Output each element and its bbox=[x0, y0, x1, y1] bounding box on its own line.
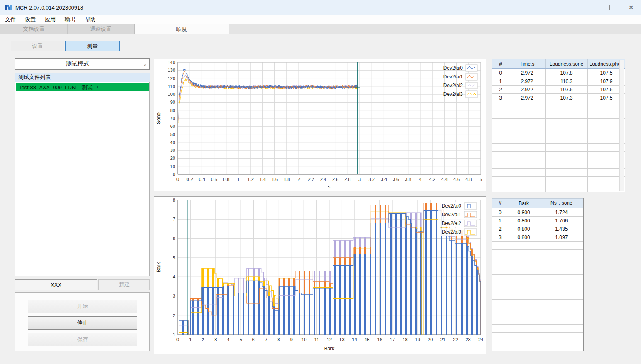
table-empty-row[interactable] bbox=[492, 110, 625, 119]
svg-text:10: 10 bbox=[301, 337, 306, 342]
table-scrollbar-track[interactable] bbox=[619, 60, 624, 191]
table-empty-row[interactable] bbox=[492, 135, 625, 144]
table-empty-row[interactable] bbox=[492, 144, 625, 152]
minimize-button[interactable]: — bbox=[583, 0, 602, 15]
svg-text:1.4: 1.4 bbox=[259, 177, 266, 182]
svg-text:11: 11 bbox=[314, 337, 319, 342]
start-button[interactable]: 开始 bbox=[28, 300, 137, 313]
table-cell bbox=[492, 300, 508, 308]
table-cell bbox=[509, 102, 546, 110]
loudness-result-table[interactable]: #Time,sLoudness,soneLoudness,phon02.9721… bbox=[492, 59, 625, 192]
table-row[interactable]: 10.8001.706 bbox=[492, 217, 583, 225]
legend-label: Dev2/ai2 bbox=[442, 220, 462, 226]
table-empty-row[interactable] bbox=[492, 185, 625, 193]
table-row[interactable]: 20.8001.435 bbox=[492, 225, 583, 233]
svg-text:0: 0 bbox=[173, 172, 175, 177]
menu-item-0[interactable]: 文件 bbox=[0, 15, 20, 24]
svg-text:100: 100 bbox=[168, 92, 175, 97]
table-cell bbox=[492, 160, 509, 169]
table-cell bbox=[508, 349, 540, 352]
test-mode-combobox[interactable]: 测试模式 ⌄ bbox=[15, 58, 150, 70]
table-empty-row[interactable] bbox=[492, 250, 583, 258]
table-cell bbox=[546, 160, 588, 169]
table-empty-row[interactable] bbox=[492, 333, 583, 341]
table-cell: 0.800 bbox=[508, 208, 540, 217]
close-button[interactable]: ✕ bbox=[621, 0, 641, 15]
test-file-item[interactable]: Test 88_XXX_009_LDN 测试中 bbox=[16, 83, 149, 91]
table-cell: 1 bbox=[492, 217, 508, 225]
new-file-button[interactable]: 新建 bbox=[98, 279, 150, 290]
xxx-button[interactable]: XXX bbox=[15, 279, 97, 290]
table-empty-row[interactable] bbox=[492, 169, 625, 177]
table-cell: 1.706 bbox=[540, 217, 583, 225]
specific-loudness-bark-chart[interactable]: 0123456789101112131415161718192021222324… bbox=[154, 196, 486, 354]
table-cell: 2 bbox=[492, 86, 509, 94]
table-empty-row[interactable] bbox=[492, 300, 583, 308]
svg-text:4.8: 4.8 bbox=[465, 177, 472, 182]
svg-text:7: 7 bbox=[173, 217, 175, 222]
table-row[interactable]: 12.972110.3107.9 bbox=[492, 77, 625, 86]
svg-text:1: 1 bbox=[189, 337, 191, 342]
table-empty-row[interactable] bbox=[492, 119, 625, 127]
table-empty-row[interactable] bbox=[492, 341, 583, 349]
svg-text:1.6: 1.6 bbox=[272, 177, 278, 182]
table-cell: 2.972 bbox=[509, 86, 546, 94]
main-tab-2[interactable]: 响度 bbox=[134, 24, 229, 34]
table-row[interactable]: 22.972107.5107.5 bbox=[492, 86, 625, 94]
table-header-cell: # bbox=[492, 199, 508, 208]
table-empty-row[interactable] bbox=[492, 325, 583, 333]
svg-text:2.6: 2.6 bbox=[332, 177, 338, 182]
stop-button[interactable]: 停止 bbox=[28, 316, 137, 330]
table-empty-row[interactable] bbox=[492, 308, 583, 316]
table-row[interactable]: 00.8001.724 bbox=[492, 208, 583, 217]
table-row[interactable]: 32.972107.3107.5 bbox=[492, 94, 625, 102]
loudness-time-chart[interactable]: 00.20.40.60.811.21.41.61.822.22.42.62.83… bbox=[154, 59, 486, 191]
legend-swatch bbox=[466, 73, 477, 80]
legend-swatch bbox=[466, 65, 477, 71]
table-empty-row[interactable] bbox=[492, 127, 625, 135]
table-cell bbox=[492, 242, 508, 250]
svg-text:40: 40 bbox=[170, 140, 175, 145]
svg-text:8: 8 bbox=[173, 198, 175, 203]
table-empty-row[interactable] bbox=[492, 242, 583, 250]
svg-text:9: 9 bbox=[290, 337, 293, 342]
tab-settings-button[interactable]: 设置 bbox=[11, 41, 64, 51]
menu-item-2[interactable]: 应用 bbox=[40, 15, 60, 24]
table-empty-row[interactable] bbox=[492, 177, 625, 185]
table-cell bbox=[540, 291, 583, 300]
table-cell bbox=[540, 333, 583, 341]
table-empty-row[interactable] bbox=[492, 258, 583, 266]
menu-item-4[interactable]: 帮助 bbox=[80, 15, 100, 24]
table-cell bbox=[509, 110, 546, 119]
table-header-cell: # bbox=[492, 59, 509, 69]
table-empty-row[interactable] bbox=[492, 152, 625, 160]
table-cell bbox=[546, 144, 588, 152]
svg-text:3.2: 3.2 bbox=[369, 177, 375, 182]
maximize-button[interactable] bbox=[602, 0, 621, 15]
menu-item-1[interactable]: 设置 bbox=[20, 15, 40, 24]
main-tab-0[interactable]: 文档设置 bbox=[0, 24, 68, 34]
table-empty-row[interactable] bbox=[492, 316, 583, 325]
table-empty-row[interactable] bbox=[492, 291, 583, 300]
table-cell bbox=[540, 275, 583, 283]
table-cell bbox=[546, 127, 588, 135]
table-empty-row[interactable] bbox=[492, 102, 625, 110]
table-cell bbox=[492, 308, 508, 316]
table-cell bbox=[492, 144, 509, 152]
table-empty-row[interactable] bbox=[492, 160, 625, 169]
table-cell bbox=[508, 300, 540, 308]
test-file-listbox[interactable]: Test 88_XXX_009_LDN 测试中 bbox=[15, 82, 150, 276]
tab-measure-button[interactable]: 测量 bbox=[65, 41, 120, 51]
table-row[interactable]: 30.8001.097 bbox=[492, 233, 583, 242]
table-empty-row[interactable] bbox=[492, 266, 583, 275]
table-empty-row[interactable] bbox=[492, 275, 583, 283]
menu-item-3[interactable]: 输出 bbox=[60, 15, 80, 24]
table-empty-row[interactable] bbox=[492, 283, 583, 291]
bark-result-table[interactable]: #BarkNs，sone00.8001.72410.8001.70620.800… bbox=[492, 198, 584, 351]
table-empty-row[interactable] bbox=[492, 349, 583, 352]
save-button[interactable]: 保存 bbox=[28, 333, 137, 346]
chevron-down-icon[interactable]: ⌄ bbox=[140, 59, 149, 69]
svg-text:0.2: 0.2 bbox=[187, 177, 193, 182]
main-tab-1[interactable]: 通道设置 bbox=[68, 24, 134, 34]
table-row[interactable]: 02.972107.8107.5 bbox=[492, 68, 625, 77]
